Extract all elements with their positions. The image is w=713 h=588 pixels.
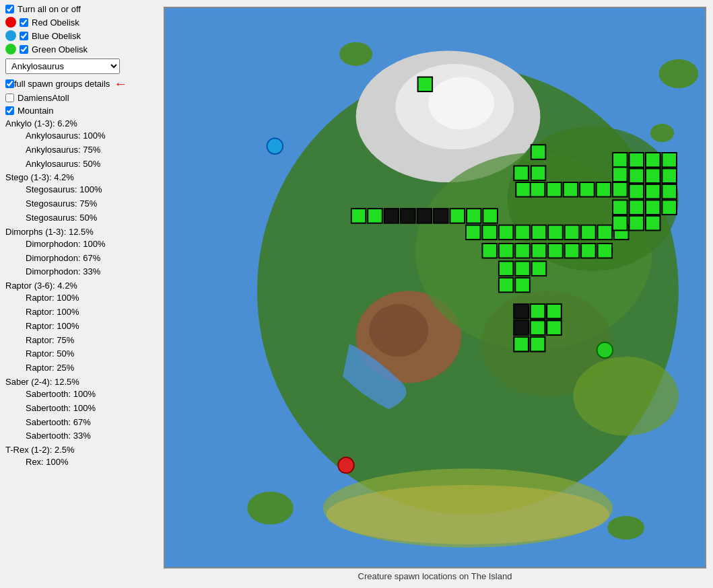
svg-rect-37: [351, 209, 366, 223]
svg-rect-82: [531, 304, 545, 319]
svg-rect-21: [516, 182, 531, 197]
map-frame: [164, 7, 706, 568]
ankylosaurus-entry-2: Ankylosaurus: 75%: [26, 143, 153, 157]
svg-rect-66: [532, 261, 547, 276]
mountain-label[interactable]: Mountain: [18, 106, 53, 116]
green-obelisk-row: Green Obelisk: [5, 44, 153, 54]
svg-rect-23: [531, 182, 545, 197]
svg-rect-25: [564, 182, 578, 197]
svg-point-104: [338, 457, 353, 473]
dimorphodon-entry-3: Dimorphodon: 33%: [26, 265, 153, 279]
map-svg: [165, 8, 705, 567]
svg-rect-40: [401, 209, 415, 223]
svg-rect-46: [466, 225, 481, 240]
svg-rect-103: [613, 216, 627, 231]
damiensatoll-label[interactable]: DamiensAtoll: [18, 93, 69, 103]
raptor-entry-4: Raptor: 75%: [26, 334, 153, 348]
dimorphs-group-label: Dimorphs (1-3): 12.5%: [5, 227, 94, 237]
raptor-group-header: Raptor (3-6): 4.2%: [5, 281, 153, 291]
svg-rect-67: [499, 278, 514, 293]
raptor-entry-3: Raptor: 100%: [26, 320, 153, 334]
toggle-all-label[interactable]: Turn all on or off: [18, 4, 81, 14]
map-container: Creature spawn locations on The Island: [158, 0, 713, 588]
svg-rect-54: [598, 225, 613, 240]
svg-rect-53: [581, 225, 596, 240]
svg-rect-50: [532, 225, 547, 240]
svg-rect-48: [499, 225, 514, 240]
svg-rect-87: [531, 337, 545, 352]
svg-rect-42: [434, 209, 448, 223]
dimorphodon-entry-1: Dimorphodon: 100%: [26, 237, 153, 252]
svg-rect-96: [662, 184, 677, 199]
damiensatoll-row: DamiensAtoll: [5, 93, 153, 103]
spawn-groups: Ankylo (1-3): 6.2% Ankylosaurus: 100% An…: [5, 118, 153, 470]
map-caption: Creature spawn locations on The Island: [164, 568, 706, 581]
svg-rect-85: [547, 320, 562, 335]
svg-rect-84: [531, 320, 545, 335]
svg-rect-86: [514, 337, 529, 352]
blue-obelisk-label[interactable]: Blue Obelisk: [32, 31, 81, 41]
trex-group-label: T-Rex (1-2): 2.5%: [5, 445, 75, 455]
creature-dropdown-row: Ankylosaurus Raptor Rex Stegosaurus Pter…: [5, 59, 153, 74]
svg-point-12: [659, 59, 699, 88]
svg-rect-91: [630, 168, 644, 183]
svg-rect-77: [514, 304, 529, 319]
svg-rect-47: [482, 225, 497, 240]
full-spawn-label[interactable]: full spawn groups details: [14, 79, 110, 89]
green-obelisk-label[interactable]: Green Obelisk: [32, 44, 88, 54]
damiensatoll-checkbox[interactable]: [5, 94, 14, 102]
svg-rect-18: [418, 77, 433, 92]
svg-rect-95: [646, 184, 660, 199]
svg-rect-20: [514, 166, 529, 181]
full-spawn-row: full spawn groups details ←: [5, 77, 153, 90]
mountain-row: Mountain: [5, 106, 153, 116]
red-obelisk-label[interactable]: Red Obelisk: [32, 17, 79, 28]
svg-rect-56: [482, 244, 497, 258]
svg-rect-38: [368, 209, 382, 223]
svg-rect-99: [662, 200, 677, 215]
svg-rect-57: [499, 244, 514, 258]
svg-rect-102: [646, 216, 660, 231]
svg-rect-27: [597, 182, 611, 197]
sabertooth-entry-4: Sabertooth: 33%: [26, 429, 153, 443]
sabertooth-entry-3: Sabertooth: 67%: [26, 416, 153, 430]
svg-rect-28: [613, 182, 627, 197]
blue-obelisk-checkbox[interactable]: [20, 32, 28, 40]
svg-rect-39: [384, 209, 399, 223]
mountain-checkbox[interactable]: [5, 106, 14, 115]
stegosaurus-entry-1: Stegosaurus: 100%: [26, 183, 153, 197]
svg-rect-63: [598, 244, 613, 258]
svg-point-106: [597, 342, 613, 358]
svg-rect-45: [483, 209, 498, 223]
sidebar: Turn all on or off Red Obelisk Blue Obel…: [0, 0, 158, 588]
svg-point-16: [247, 492, 293, 525]
stego-group-header: Stego (1-3): 4.2%: [5, 172, 153, 182]
raptor-entry-6: Raptor: 25%: [26, 361, 153, 375]
stegosaurus-entry-3: Stegosaurus: 50%: [26, 211, 153, 225]
svg-point-105: [267, 138, 283, 153]
svg-rect-49: [515, 225, 530, 240]
creature-select[interactable]: Ankylosaurus Raptor Rex Stegosaurus Pter…: [5, 59, 120, 74]
svg-rect-93: [662, 168, 677, 183]
svg-rect-80: [514, 320, 529, 335]
svg-rect-62: [581, 244, 596, 258]
svg-rect-68: [515, 278, 530, 293]
green-dot-icon: [5, 44, 16, 54]
toggle-all-row[interactable]: Turn all on or off: [5, 4, 153, 14]
svg-rect-98: [646, 200, 660, 215]
green-obelisk-checkbox[interactable]: [20, 45, 28, 54]
stegosaurus-entry-2: Stegosaurus: 75%: [26, 197, 153, 211]
red-obelisk-checkbox[interactable]: [20, 18, 28, 27]
svg-rect-64: [499, 261, 514, 276]
red-obelisk-row: Red Obelisk: [5, 17, 153, 28]
svg-rect-51: [548, 225, 563, 240]
svg-rect-31: [613, 153, 627, 168]
raptor-entry-2: Raptor: 100%: [26, 305, 153, 320]
sabertooth-entry-1: Sabertooth: 100%: [26, 388, 153, 402]
ankylosaurus-entry-3: Ankylosaurus: 50%: [26, 157, 153, 172]
raptor-entry-1: Raptor: 100%: [26, 291, 153, 305]
toggle-all-checkbox[interactable]: [5, 5, 14, 13]
ankylo-group-header: Ankylo (1-3): 6.2%: [5, 118, 153, 128]
full-spawn-checkbox[interactable]: [5, 79, 14, 88]
svg-point-15: [339, 42, 372, 66]
